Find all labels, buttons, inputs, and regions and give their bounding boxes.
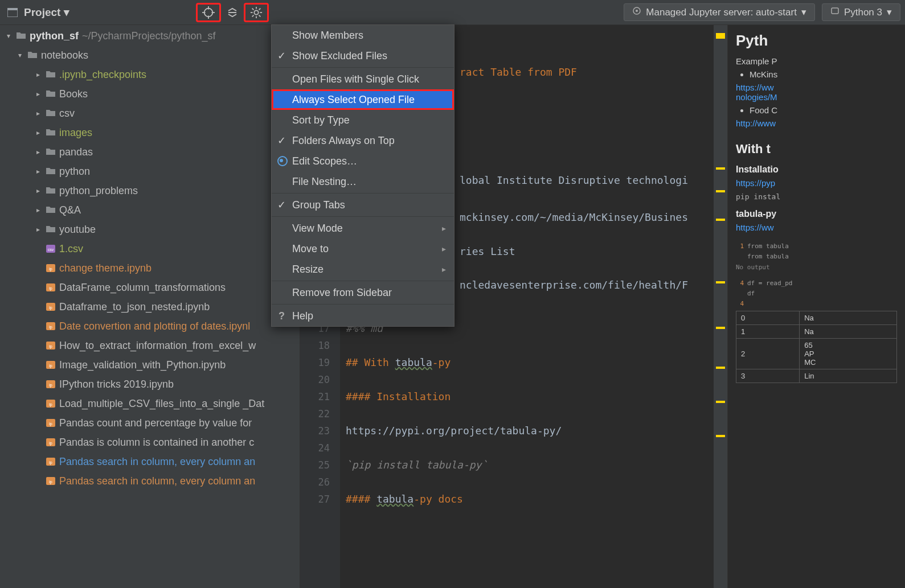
preview-title: Pyth [736,32,897,50]
folder-icon [46,205,56,216]
svg-rect-19 [832,8,838,14]
menu-file-nesting[interactable]: File Nesting… [272,171,454,192]
folder-csv[interactable]: ▸ csv [0,104,300,123]
folder-label: pandas [59,146,93,158]
svg-text:ip: ip [49,286,52,291]
folder-python-problems[interactable]: ▸ python_problems [0,181,300,200]
menu-edit-scopes[interactable]: Edit Scopes… [272,151,454,171]
file-image-validation[interactable]: ip Image_validation_with_Python.ipynb [0,355,300,375]
folder-images[interactable]: ▸ images [0,123,300,142]
folder-ipynb-checkpoints[interactable]: ▸ .ipynb_checkpoints [0,65,300,84]
menu-open-single-click[interactable]: Open Files with Single Click [272,69,454,89]
menu-sort-by-type[interactable]: Sort by Type [272,110,454,130]
file-label: Load_multiple_CSV_files_into_a_single _D… [59,398,264,410]
svg-text:ip: ip [49,480,52,484]
folder-label: csv [59,108,75,120]
ipynb-icon: ip [46,360,56,369]
code-area[interactable]: #%% md ## With tabula-py #### Installati… [340,320,727,588]
menu-remove-sidebar[interactable]: Remove from Sidebar [272,282,454,303]
folder-youtube[interactable]: ▸ youtube [0,220,300,239]
folder-pandas[interactable]: ▸ pandas [0,142,300,162]
chevron-right-icon: ▸ [442,224,446,233]
file-label: Pandas search in column, every column an [59,475,255,487]
chevron-right-icon: ▸ [34,71,42,79]
file-label: How_to_extract_information_from_excel_w [59,340,256,352]
jupyter-server-selector[interactable]: Managed Jupyter server: auto-start ▾ [624,3,815,21]
collapse-all-icon[interactable] [224,5,240,20]
project-root-name: python_sf [30,30,79,42]
file-ipython-tricks[interactable]: ip IPython tricks 2019.ipynb [0,375,300,394]
gutter-line: 18 [300,337,330,354]
folder-icon [46,69,56,80]
gear-icon[interactable] [244,3,269,22]
svg-line-14 [259,15,261,17]
folder-qa[interactable]: ▸ Q&A [0,200,300,220]
menu-folders-on-top[interactable]: Folders Always on Top [272,130,454,151]
file-extract-excel[interactable]: ip How_to_extract_information_from_excel… [0,336,300,355]
code-line: ## With tabula-py [340,354,727,371]
menu-always-select-opened[interactable]: Always Select Opened File [272,89,454,110]
folder-label: notebooks [41,50,88,61]
folder-icon [46,186,56,196]
menu-group-tabs[interactable]: Group Tabs [272,195,454,215]
minimap[interactable] [714,25,727,588]
svg-rect-1 [7,8,18,10]
code-line [340,474,727,491]
gutter-line: 22 [300,405,330,422]
svg-line-16 [259,8,261,10]
jupyter-icon [632,6,641,18]
code-line [340,371,727,388]
project-selector[interactable]: Project ▾ [5,5,69,20]
gutter-line: 21 [300,388,330,405]
file-1csv[interactable]: csv 1.csv [0,239,300,258]
ipynb-icon: ip [46,457,56,466]
file-load-multiple-csv[interactable]: ip Load_multiple_CSV_files_into_a_single… [0,394,300,413]
window-icon [5,5,21,20]
preview-table: 0Na 1Na 265APMC 3Lin [736,311,897,383]
file-pandas-search-2[interactable]: ip Pandas search in column, every column… [0,471,300,491]
menu-help[interactable]: Help [272,306,454,326]
file-pandas-column-contained[interactable]: ip Pandas is column is contained in anot… [0,433,300,452]
ipynb-icon: ip [46,399,56,408]
preview-link[interactable]: nologies/M [736,92,897,102]
menu-move-to[interactable]: Move to▸ [272,239,454,259]
folder-icon [46,108,56,119]
preview-link[interactable]: https://ww [736,83,897,92]
chevron-down-icon: ▾ [5,32,13,40]
gutter-line: 26 [300,474,330,491]
file-label: change theme.ipynb [59,262,151,274]
menu-resize[interactable]: Resize▸ [272,259,454,279]
file-dataframe-col-trans[interactable]: ip DataFrame_column_transformations [0,278,300,297]
menu-view-mode[interactable]: View Mode▸ [272,218,454,239]
svg-point-18 [636,10,638,12]
preview-link[interactable]: https://ww [736,223,897,232]
ipynb-icon: ip [46,283,56,292]
file-pandas-search-1[interactable]: ip Pandas search in column, every column… [0,452,300,471]
file-label: Date convertion and plotting of dates.ip… [59,320,250,332]
python-interpreter-selector[interactable]: Python 3 ▾ [822,3,900,21]
preview-link[interactable]: https://pyp [736,178,897,188]
preview-link[interactable]: http://www [736,118,897,128]
chevron-down-icon: ▾ [16,51,24,59]
chevron-right-icon: ▸ [34,90,42,98]
project-root-row[interactable]: ▾ python_sf ~/PycharmProjects/python_sf [0,26,300,46]
menu-show-excluded[interactable]: Show Excluded Files [272,46,454,66]
code-fragment: ract Table from PDF [460,66,577,78]
gutter-line: 20 [300,371,330,388]
list-item: Food C [750,105,897,115]
gutter-line: 27 [300,491,330,508]
folder-books[interactable]: ▸ Books [0,84,300,104]
file-change-theme[interactable]: ip change theme.ipynb [0,258,300,278]
table-cell: Na [800,311,897,325]
svg-text:ip: ip [49,364,52,368]
file-label: Pandas search in column, every column an [59,456,255,468]
folder-python[interactable]: ▸ python [0,162,300,181]
file-pandas-count[interactable]: ip Pandas count and percentage by value … [0,413,300,433]
table-cell: Na [800,325,897,339]
folder-icon [46,128,56,138]
menu-show-members[interactable]: Show Members [272,25,454,46]
folder-notebooks[interactable]: ▾ notebooks [0,46,300,65]
file-dataframe-json[interactable]: ip Dataframe_to_json_nested.ipynb [0,297,300,316]
locate-icon[interactable] [196,3,221,22]
file-date-convertion[interactable]: ip Date convertion and plotting of dates… [0,316,300,336]
